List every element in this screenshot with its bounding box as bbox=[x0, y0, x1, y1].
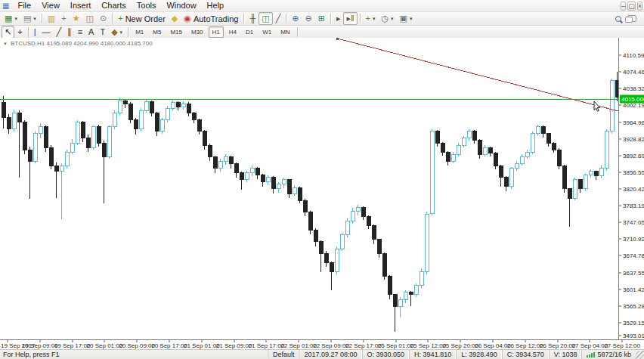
trend-line-object[interactable] bbox=[338, 39, 618, 111]
candle bbox=[213, 156, 217, 173]
trend-line-button[interactable]: ╱ bbox=[54, 26, 65, 39]
zoom-out-button[interactable]: ⊖ bbox=[302, 12, 314, 25]
strategy-tester-icon: ⊙ bbox=[100, 14, 107, 23]
candle-body bbox=[361, 207, 365, 216]
timeframe-m5[interactable]: M5 bbox=[149, 26, 165, 38]
chart-shift-button[interactable]: ▸‖ bbox=[343, 12, 357, 25]
strategy-tester-button[interactable]: ⊙ bbox=[97, 12, 110, 25]
fibonacci-retracement-button[interactable]: ≡ bbox=[75, 26, 85, 39]
timeframe-m30[interactable]: M30 bbox=[187, 26, 207, 38]
close-window-button[interactable]: × bbox=[637, 2, 642, 11]
cursor-button[interactable]: ↖ bbox=[2, 26, 14, 39]
timeframe-h4[interactable]: H4 bbox=[225, 26, 240, 38]
candle bbox=[2, 96, 5, 128]
data-window-icon: + bbox=[61, 14, 66, 23]
crosshair-button[interactable]: + bbox=[14, 26, 25, 39]
text-label-button[interactable]: T bbox=[97, 26, 108, 39]
terminal-button[interactable]: ◫ bbox=[83, 12, 97, 25]
menu-charts[interactable]: Charts bbox=[96, 1, 131, 10]
indicators-button[interactable]: +▾ bbox=[363, 12, 379, 25]
bar-chart-button[interactable]: ╫ bbox=[246, 12, 259, 25]
chart-window[interactable]: ▼ BTCUSD,H1 4195.080 4204.990 4180.000 4… bbox=[0, 38, 644, 350]
resize-grip[interactable] bbox=[636, 351, 644, 359]
candle bbox=[409, 291, 413, 306]
price-tick: 3892.690 bbox=[619, 152, 644, 159]
profiles-button[interactable]: ▤▾ bbox=[20, 12, 39, 25]
minimize-window-button[interactable]: – bbox=[621, 2, 626, 11]
menu-window[interactable]: Window bbox=[161, 1, 201, 10]
navigator-button[interactable]: ★ bbox=[70, 12, 83, 25]
arrows-button[interactable]: ◆▾ bbox=[108, 26, 125, 39]
zoom-in-button[interactable]: ⊕ bbox=[289, 12, 302, 25]
chat-icon[interactable] bbox=[627, 15, 636, 22]
candle bbox=[128, 102, 132, 123]
time-tick-label: 19 Sep 09:00 bbox=[22, 342, 58, 349]
timeframe-m1[interactable]: M1 bbox=[132, 26, 147, 38]
search-icon[interactable] bbox=[615, 16, 621, 22]
candle bbox=[224, 154, 228, 165]
autotrading-button[interactable]: ◉AutoTrading bbox=[181, 12, 241, 25]
candle-body bbox=[97, 127, 101, 143]
status-low: L: 3928.490 bbox=[456, 350, 502, 359]
app-system-icon[interactable]: ▦ bbox=[0, 2, 12, 10]
candle-body bbox=[70, 143, 74, 152]
price-tick-label: 3565.285 bbox=[623, 303, 644, 310]
time-tick-label: 26 Sep 04:00 bbox=[475, 342, 511, 349]
data-window-button[interactable]: + bbox=[58, 12, 69, 25]
candle bbox=[107, 125, 111, 159]
price-tick: 3565.285 bbox=[619, 303, 644, 310]
periods-button[interactable]: ◷▾ bbox=[378, 12, 396, 25]
candles bbox=[2, 72, 618, 331]
equidistant-channel-button[interactable]: ∥ bbox=[64, 26, 75, 39]
horizontal-line-icon: — bbox=[42, 28, 51, 36]
candle-body bbox=[478, 141, 481, 154]
candlestick-chart[interactable] bbox=[0, 38, 618, 339]
price-tick: 3529.150 bbox=[619, 320, 644, 327]
timeframe-mn[interactable]: MN bbox=[277, 26, 293, 38]
tile-windows-button[interactable]: ⊞ bbox=[315, 12, 328, 25]
indicators-icon: + bbox=[366, 14, 370, 23]
price-tick: 3601.420 bbox=[619, 286, 644, 293]
templates-button[interactable]: ▣▾ bbox=[397, 12, 416, 25]
menu-view[interactable]: View bbox=[36, 1, 65, 10]
candlestick-chart-button[interactable]: ◫ bbox=[259, 12, 272, 25]
candle bbox=[382, 252, 386, 280]
menu-file[interactable]: File bbox=[12, 1, 36, 10]
candle bbox=[134, 118, 138, 135]
menu-insert[interactable]: Insert bbox=[65, 1, 97, 10]
menu-help[interactable]: Help bbox=[202, 1, 230, 10]
candle bbox=[271, 176, 275, 193]
collapse-triangle-icon[interactable]: ▼ bbox=[3, 42, 8, 46]
restore-window-button[interactable]: ▢ bbox=[627, 2, 636, 11]
timeframe-h1[interactable]: H1 bbox=[209, 26, 224, 38]
auto-scroll-button[interactable]: ▸ bbox=[333, 12, 344, 25]
timeframe-w1[interactable]: W1 bbox=[259, 26, 275, 38]
candle-body bbox=[610, 81, 614, 132]
autotrading-label: AutoTrading bbox=[194, 14, 239, 23]
candle-body bbox=[166, 108, 169, 119]
menu-tools[interactable]: Tools bbox=[132, 1, 162, 10]
timeframe-m15[interactable]: M15 bbox=[166, 26, 186, 38]
timeframe-d1[interactable]: D1 bbox=[242, 26, 257, 38]
vertical-line-button[interactable]: | bbox=[31, 26, 39, 39]
status-profile[interactable]: Default bbox=[268, 350, 299, 359]
metaeditor-button[interactable]: ◆ bbox=[169, 12, 181, 25]
candle bbox=[599, 166, 603, 178]
candle bbox=[229, 156, 233, 168]
connection-signal-icon bbox=[587, 352, 595, 357]
candle bbox=[282, 178, 286, 188]
new-order-button[interactable]: +New Order bbox=[115, 12, 169, 25]
chevron-down-icon: ▾ bbox=[33, 16, 36, 22]
horizontal-line-button[interactable]: — bbox=[39, 26, 54, 39]
text-button[interactable]: A bbox=[85, 26, 97, 39]
new-chart-button[interactable]: ▦▾ bbox=[2, 12, 20, 25]
candle-body bbox=[340, 235, 344, 249]
periods-icon: ◷ bbox=[381, 14, 389, 23]
candle-body bbox=[60, 166, 63, 171]
candle-body bbox=[2, 102, 5, 117]
market-watch-button[interactable]: ▥ bbox=[45, 12, 58, 25]
candle bbox=[584, 173, 587, 191]
candle-body bbox=[541, 127, 545, 134]
line-chart-button[interactable]: ╱ bbox=[273, 12, 284, 25]
price-axis[interactable]: 4110.5954074.4604038.3254002.1903964.960… bbox=[618, 38, 644, 339]
